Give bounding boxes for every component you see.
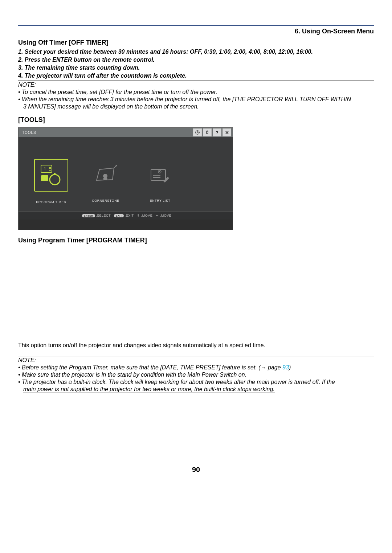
select-hint: :SELECT: [96, 214, 111, 217]
clock-icon[interactable]: [193, 128, 202, 136]
mouse-icon[interactable]: [203, 128, 212, 136]
move-vert-hint: ⇕ :MOVE: [137, 214, 152, 217]
tools-bottom-pad: [19, 220, 233, 230]
note-label: NOTE:: [18, 82, 374, 88]
entry-list-item[interactable]: ENTRY LIST: [138, 159, 182, 204]
entry-list-label: ENTRY LIST: [138, 199, 182, 202]
pt-note-3a: • The projector has a built-in clock. Th…: [18, 379, 374, 385]
off-timer-note-2b: 3 MINUTES] message will be displayed on …: [23, 103, 199, 110]
svg-rect-12: [54, 173, 56, 175]
program-timer-label: PROGRAM TIMER: [29, 200, 73, 204]
pt-note-1a: • Before setting the Program Timer, make…: [18, 364, 282, 370]
tools-body: 1 PROGRAM TIMER: [19, 137, 233, 211]
program-timer-icon: 1: [34, 159, 68, 192]
close-icon[interactable]: ✕: [222, 128, 231, 136]
cornerstone-icon: [89, 159, 122, 190]
page-link-93[interactable]: 93: [282, 364, 289, 370]
svg-rect-14: [103, 178, 107, 180]
program-timer-heading: Using Program Timer [PROGRAM TIMER]: [18, 237, 374, 244]
cornerstone-label: CORNERSTONE: [84, 199, 127, 202]
svg-point-11: [50, 175, 60, 185]
off-timer-heading: Using Off Timer [OFF TIMER]: [18, 39, 374, 46]
off-timer-step-4: 4. The projector will turn off after the…: [18, 73, 374, 79]
off-timer-step-3: 3. The remaining time starts counting do…: [18, 65, 374, 71]
exit-pill: EXIT: [114, 214, 124, 217]
note-label-2: NOTE:: [18, 357, 374, 364]
tools-panel: TOOLS ? ✕ 1: [18, 127, 233, 230]
off-timer-step-2: 2. Press the ENTER button on the remote …: [18, 57, 374, 63]
enter-pill: ENTER: [82, 214, 95, 217]
divider: [18, 81, 374, 81]
off-timer-step-1: 1. Select your desired time between 30 m…: [18, 49, 374, 55]
off-timer-note-2a: • When the remaining time reaches 3 minu…: [18, 96, 374, 103]
cornerstone-item[interactable]: CORNERSTONE: [84, 159, 127, 204]
pt-note-1b: ): [289, 364, 291, 370]
chapter-title: 6. Using On-Screen Menu: [18, 28, 374, 35]
tools-heading: [TOOLS]: [18, 116, 374, 124]
svg-point-13: [103, 174, 107, 178]
off-timer-note-1: • To cancel the preset time, set [OFF] f…: [18, 89, 374, 95]
program-timer-desc: This option turns on/off the projector a…: [18, 342, 374, 349]
program-timer-item[interactable]: 1 PROGRAM TIMER: [29, 159, 73, 204]
tools-titlebar: TOOLS ? ✕: [19, 128, 233, 137]
pt-note-1: • Before setting the Program Timer, make…: [18, 364, 374, 371]
tools-footer: ENTER:SELECT EXIT:EXIT ⇕ :MOVE ⇔ :MOVE: [19, 211, 233, 220]
move-horiz-hint: ⇔ :MOVE: [156, 214, 171, 217]
svg-rect-10: [41, 175, 48, 181]
divider: [18, 356, 374, 356]
pt-note-3b: main power is not supplied to the projec…: [23, 386, 275, 393]
page-number: 90: [18, 466, 374, 474]
pt-note-2: • Make sure that the projector is in the…: [18, 372, 374, 378]
header-rule: [18, 25, 374, 26]
entry-list-icon: [144, 159, 176, 190]
help-icon[interactable]: ?: [213, 128, 221, 136]
exit-hint: :EXIT: [124, 214, 134, 217]
tools-title: TOOLS: [20, 131, 36, 135]
svg-text:1: 1: [44, 167, 46, 171]
